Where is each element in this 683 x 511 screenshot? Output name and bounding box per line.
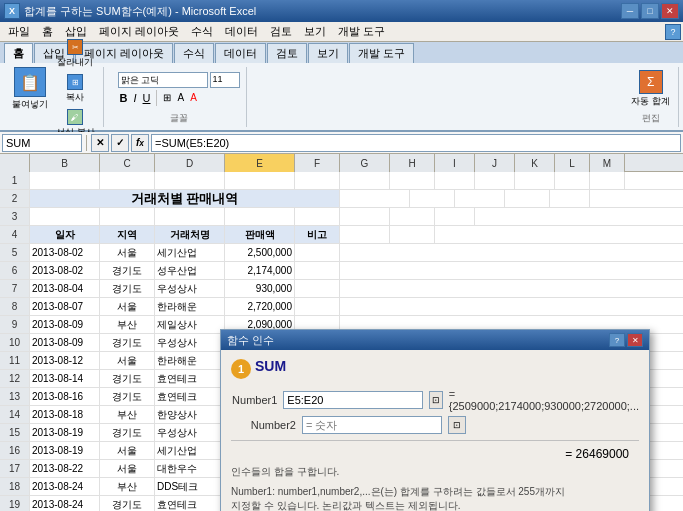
cell-b14[interactable]: 2013-08-18 xyxy=(30,406,100,423)
cell-d7[interactable]: 우성상사 xyxy=(155,280,225,297)
cell-b18[interactable]: 2013-08-24 xyxy=(30,478,100,495)
cell-b9[interactable]: 2013-08-09 xyxy=(30,316,100,333)
col-header-f[interactable]: F xyxy=(295,154,340,172)
param2-input[interactable] xyxy=(302,416,442,434)
cell-e8[interactable]: 2,720,000 xyxy=(225,298,295,315)
cell-e5[interactable]: 2,500,000 xyxy=(225,244,295,261)
cell-d5[interactable]: 세기산업 xyxy=(155,244,225,261)
cell-d14[interactable]: 한양상사 xyxy=(155,406,225,423)
cell-j1[interactable] xyxy=(475,172,515,189)
cell-h3[interactable] xyxy=(390,208,435,225)
cell-i3[interactable] xyxy=(435,208,475,225)
col-header-sales[interactable]: 판매액 xyxy=(225,226,295,243)
cut-btn[interactable]: ✂ 잘라내기 xyxy=(54,37,97,71)
insert-function-btn[interactable]: fx xyxy=(131,134,149,152)
cell-h2[interactable] xyxy=(505,190,550,207)
close-btn[interactable]: ✕ xyxy=(661,3,679,19)
cell-d9[interactable]: 제일상사 xyxy=(155,316,225,333)
font-size-selector[interactable]: 11 xyxy=(210,72,240,88)
col-header-d[interactable]: D xyxy=(155,154,225,172)
ribbon-tab-view[interactable]: 보기 xyxy=(308,43,348,63)
col-header-i[interactable]: I xyxy=(435,154,475,172)
col-header-k[interactable]: K xyxy=(515,154,555,172)
cell-b3[interactable] xyxy=(30,208,100,225)
formula-input[interactable]: =SUM(E5:E20) xyxy=(151,134,681,152)
cell-title[interactable]: 거래처별 판매내역 xyxy=(30,190,340,207)
autosum-btn[interactable]: Σ 자동 합계 xyxy=(629,68,672,110)
cell-d17[interactable]: 대한우수 xyxy=(155,460,225,477)
cell-c14[interactable]: 부산 xyxy=(100,406,155,423)
col-header-g[interactable]: G xyxy=(340,154,390,172)
col-header-b[interactable]: B xyxy=(30,154,100,172)
ribbon-tab-dev[interactable]: 개발 도구 xyxy=(349,43,414,63)
italic-btn[interactable]: I xyxy=(131,90,138,106)
cell-f8[interactable] xyxy=(295,298,340,315)
col-header-e[interactable]: E xyxy=(225,154,295,172)
cell-c19[interactable]: 경기도 xyxy=(100,496,155,511)
col-header-h[interactable]: H xyxy=(390,154,435,172)
col-header-region[interactable]: 지역 xyxy=(100,226,155,243)
cell-d10[interactable]: 우성상사 xyxy=(155,334,225,351)
font-name-selector[interactable]: 맑은 고딕 xyxy=(118,72,208,88)
cell-d12[interactable]: 효연테크 xyxy=(155,370,225,387)
cell-c3[interactable] xyxy=(100,208,155,225)
window-controls[interactable]: ─ □ ✕ xyxy=(621,3,679,19)
bold-btn[interactable]: B xyxy=(118,90,130,106)
border-btn[interactable]: ⊞ xyxy=(161,90,173,106)
cell-k1[interactable] xyxy=(515,172,555,189)
cell-b13[interactable]: 2013-08-16 xyxy=(30,388,100,405)
menu-formula[interactable]: 수식 xyxy=(185,22,219,41)
fill-color-btn[interactable]: A xyxy=(175,90,186,106)
menu-view[interactable]: 보기 xyxy=(298,22,332,41)
enter-formula-btn[interactable]: ✓ xyxy=(111,134,129,152)
cell-f2[interactable] xyxy=(410,190,455,207)
cell-d19[interactable]: 효연테크 xyxy=(155,496,225,511)
cell-c15[interactable]: 경기도 xyxy=(100,424,155,441)
cell-l1[interactable] xyxy=(555,172,590,189)
cell-d8[interactable]: 한라해운 xyxy=(155,298,225,315)
ribbon-tab-review[interactable]: 검토 xyxy=(267,43,307,63)
help-icon[interactable]: ? xyxy=(665,24,681,40)
underline-btn[interactable]: U xyxy=(141,90,153,106)
cell-i2[interactable] xyxy=(550,190,590,207)
col-header-date[interactable]: 일자 xyxy=(30,226,100,243)
cell-f5[interactable] xyxy=(295,244,340,261)
cell-c18[interactable]: 부산 xyxy=(100,478,155,495)
cell-e1[interactable] xyxy=(225,172,295,189)
menu-review[interactable]: 검토 xyxy=(264,22,298,41)
cell-g4[interactable] xyxy=(340,226,390,243)
cell-b17[interactable]: 2013-08-22 xyxy=(30,460,100,477)
cell-g3[interactable] xyxy=(340,208,390,225)
cell-f6[interactable] xyxy=(295,262,340,279)
dialog-close-btn[interactable]: ✕ xyxy=(627,333,643,347)
menu-page-layout[interactable]: 페이지 레이아웃 xyxy=(93,22,185,41)
paste-btn[interactable]: 📋 붙여넣기 xyxy=(10,65,50,113)
cell-d6[interactable]: 성우산업 xyxy=(155,262,225,279)
cell-c7[interactable]: 경기도 xyxy=(100,280,155,297)
param1-input[interactable] xyxy=(283,391,423,409)
cell-c5[interactable]: 서울 xyxy=(100,244,155,261)
ribbon-tab-formula[interactable]: 수식 xyxy=(174,43,214,63)
cell-d3[interactable] xyxy=(155,208,225,225)
cell-f1[interactable] xyxy=(295,172,340,189)
cell-b7[interactable]: 2013-08-04 xyxy=(30,280,100,297)
cell-c6[interactable]: 경기도 xyxy=(100,262,155,279)
cell-d18[interactable]: DDS테크 xyxy=(155,478,225,495)
cell-b8[interactable]: 2013-08-07 xyxy=(30,298,100,315)
cell-i1[interactable] xyxy=(435,172,475,189)
menu-data[interactable]: 데이터 xyxy=(219,22,264,41)
cell-c12[interactable]: 경기도 xyxy=(100,370,155,387)
menu-dev-tools[interactable]: 개발 도구 xyxy=(332,22,391,41)
cell-e7[interactable]: 930,000 xyxy=(225,280,295,297)
param2-expand-btn[interactable]: ⊡ xyxy=(448,416,466,434)
dialog-title-controls[interactable]: ? ✕ xyxy=(609,333,643,347)
col-header-j[interactable]: J xyxy=(475,154,515,172)
cell-f7[interactable] xyxy=(295,280,340,297)
cell-g2[interactable] xyxy=(455,190,505,207)
cell-b1[interactable] xyxy=(30,172,100,189)
cell-d13[interactable]: 효연테크 xyxy=(155,388,225,405)
minimize-btn[interactable]: ─ xyxy=(621,3,639,19)
cell-m1[interactable] xyxy=(590,172,625,189)
cell-h1[interactable] xyxy=(390,172,435,189)
maximize-btn[interactable]: □ xyxy=(641,3,659,19)
